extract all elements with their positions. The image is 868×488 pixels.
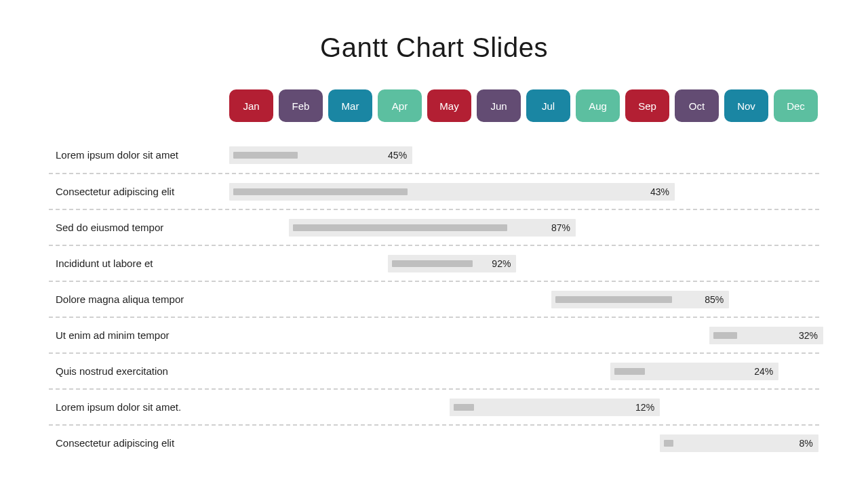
task-percent: 87%	[551, 219, 570, 237]
task-track: 24%	[229, 363, 819, 380]
slide: Gantt Chart Slides JanFebMarAprMayJunJul…	[0, 0, 868, 488]
task-progress	[454, 404, 474, 411]
month-apr: Apr	[378, 89, 422, 122]
gantt-row: Consectetur adipiscing elit43%	[49, 173, 819, 209]
month-jul: Jul	[526, 89, 570, 122]
month-jun: Jun	[477, 89, 521, 122]
task-bar: 8%	[660, 434, 818, 452]
task-bar: 43%	[229, 183, 675, 201]
task-progress	[614, 368, 645, 375]
gantt-rows: Lorem ipsum dolor sit amet45%Consectetur…	[49, 137, 819, 460]
page-title: Gantt Chart Slides	[0, 33, 868, 63]
task-percent: 12%	[635, 399, 654, 416]
task-progress	[233, 152, 298, 159]
month-jan: Jan	[229, 89, 273, 122]
gantt-row: Lorem ipsum dolor sit amet.12%	[49, 388, 819, 424]
task-progress	[392, 260, 473, 267]
task-label: Lorem ipsum dolor sit amet.	[49, 401, 229, 413]
task-percent: 43%	[650, 183, 669, 201]
task-label: Consectetur adipiscing elit	[49, 186, 229, 197]
task-bar: 92%	[388, 255, 517, 272]
task-label: Lorem ipsum dolor sit amet	[49, 149, 229, 161]
task-percent: 45%	[388, 146, 407, 164]
task-bar: 24%	[610, 363, 778, 380]
task-bar: 85%	[551, 291, 730, 308]
gantt-chart: JanFebMarAprMayJunJulAugSepOctNovDec Lor…	[49, 89, 819, 460]
task-label: Dolore magna aliqua tempor	[49, 293, 229, 305]
month-header-row: JanFebMarAprMayJunJulAugSepOctNovDec	[229, 89, 819, 122]
task-track: 45%	[229, 146, 819, 164]
task-progress	[713, 332, 737, 339]
month-mar: Mar	[328, 89, 372, 122]
task-percent: 92%	[492, 255, 511, 272]
task-track: 8%	[229, 434, 819, 452]
month-feb: Feb	[279, 89, 323, 122]
task-track: 85%	[229, 291, 819, 308]
month-sep: Sep	[625, 89, 669, 122]
task-label: Quis nostrud exercitation	[49, 365, 229, 377]
gantt-row: Ut enim ad minim tempor32%	[49, 317, 819, 352]
month-may: May	[427, 89, 471, 122]
gantt-row: Sed do eiusmod tempor87%	[49, 209, 819, 245]
gantt-row: Lorem ipsum dolor sit amet45%	[49, 137, 819, 173]
task-track: 12%	[229, 399, 819, 416]
task-bar: 32%	[709, 327, 823, 344]
gantt-row: Quis nostrud exercitation24%	[49, 352, 819, 388]
task-progress	[664, 440, 673, 447]
task-bar: 45%	[229, 146, 412, 164]
task-label: Incididunt ut labore et	[49, 258, 229, 269]
task-progress	[293, 224, 507, 231]
task-bar: 87%	[289, 219, 576, 237]
task-bar: 12%	[450, 399, 660, 416]
task-percent: 24%	[754, 363, 773, 380]
task-track: 32%	[229, 327, 819, 344]
month-oct: Oct	[675, 89, 719, 122]
task-percent: 8%	[799, 434, 812, 452]
month-aug: Aug	[576, 89, 620, 122]
task-progress	[555, 296, 672, 303]
task-label: Consectetur adipiscing elit	[49, 437, 229, 449]
gantt-row: Dolore magna aliqua tempor85%	[49, 281, 819, 317]
task-track: 92%	[229, 255, 819, 272]
month-nov: Nov	[724, 89, 768, 122]
task-label: Ut enim ad minim tempor	[49, 329, 229, 341]
month-dec: Dec	[774, 89, 818, 122]
task-percent: 32%	[799, 327, 818, 344]
task-track: 87%	[229, 219, 819, 237]
task-progress	[233, 188, 408, 195]
task-percent: 85%	[705, 291, 724, 308]
gantt-row: Consectetur adipiscing elit8%	[49, 424, 819, 460]
task-track: 43%	[229, 183, 819, 201]
task-label: Sed do eiusmod tempor	[49, 222, 229, 233]
gantt-row: Incididunt ut labore et92%	[49, 245, 819, 281]
